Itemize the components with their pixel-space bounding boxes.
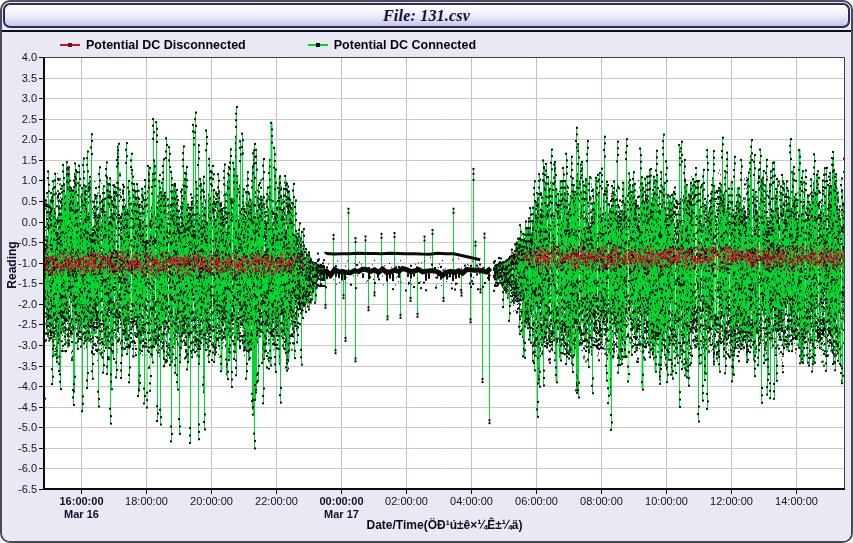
y-axis-title: Reading: [5, 225, 19, 305]
red-series-marker-dot-icon: [68, 43, 72, 47]
legend-label-dc-disconnected: Potential DC Disconnected: [86, 38, 246, 52]
title-bar: File: 131.csv: [3, 3, 850, 28]
file-title: File: 131.csv: [383, 7, 470, 25]
red-series-line-icon: [60, 44, 80, 46]
green-series-marker-dot-icon: [316, 43, 320, 47]
legend: Potential DC Disconnected Potential DC C…: [60, 38, 476, 52]
legend-item-dc-connected[interactable]: Potential DC Connected: [308, 38, 476, 52]
legend-label-dc-connected: Potential DC Connected: [334, 38, 476, 52]
green-series-line-icon: [308, 44, 328, 46]
chart-panel: Potential DC Disconnected Potential DC C…: [2, 30, 851, 541]
chart-canvas: [2, 32, 851, 541]
legend-item-dc-disconnected[interactable]: Potential DC Disconnected: [60, 38, 246, 52]
x-axis-title: Date/Time(ÖÐ¹ú±ê×¼Ê±¼ä): [44, 518, 845, 532]
app-window: File: 131.csv Potential DC Disconnected …: [0, 0, 853, 543]
